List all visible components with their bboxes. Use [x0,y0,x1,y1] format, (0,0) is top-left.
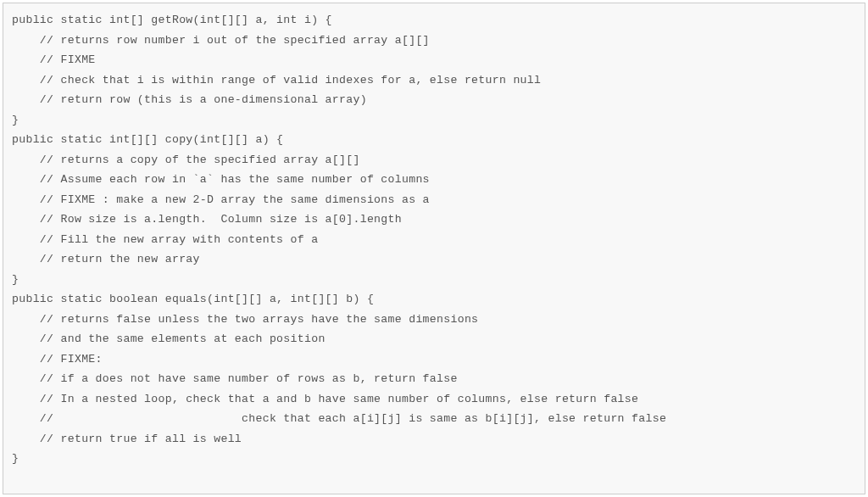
code-line: } [12,110,856,131]
code-line: } [12,270,856,290]
code-line: public static int[][] copy(int[][] a) { [12,130,856,150]
code-line: // Fill the new array with contents of a [12,230,856,250]
code-line: public static boolean equals(int[][] a, … [12,289,856,310]
code-line: // In a nested loop, check that a and b … [12,389,856,410]
code-line: // returns a copy of the specified array… [12,150,856,170]
code-line: // FIXME [12,50,856,70]
code-line: // and the same elements at each positio… [12,329,856,349]
code-line: // returns row number i out of the speci… [12,31,856,51]
code-line: // check that each a[i][j] is same as b[… [12,409,856,429]
code-line: // returns false unless the two arrays h… [12,310,856,330]
code-line: // check that i is within range of valid… [12,70,856,91]
code-block: public static int[] getRow(int[][] a, in… [3,3,865,494]
code-line: // if a does not have same number of row… [12,369,856,389]
code-line: // return true if all is well [12,429,856,450]
code-line: // FIXME : make a new 2-D array the same… [12,190,856,210]
code-line: public static int[] getRow(int[][] a, in… [12,10,856,31]
code-line: // return row (this is a one-dimensional… [12,90,856,110]
code-line: // FIXME: [12,349,856,370]
code-line: // Assume each row in `a` has the same n… [12,170,856,190]
code-line: // return the new array [12,249,856,270]
code-line: // Row size is a.length. Column size is … [12,209,856,230]
code-line: } [12,449,856,469]
